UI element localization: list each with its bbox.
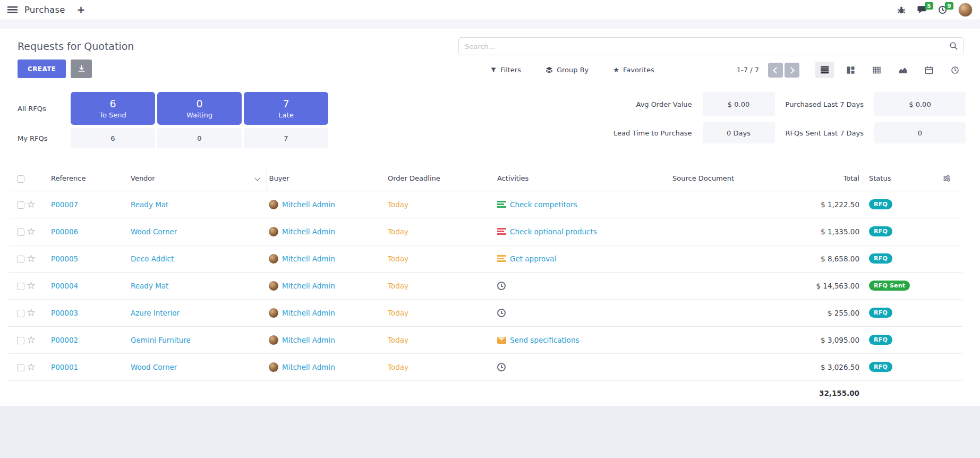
total-amount: $ 8,658.00 bbox=[821, 255, 859, 263]
star-outline-icon[interactable]: ☆ bbox=[27, 307, 36, 318]
user-avatar[interactable] bbox=[958, 3, 973, 17]
row-checkbox[interactable] bbox=[17, 228, 24, 236]
kpi-my-late[interactable]: 7 bbox=[244, 128, 328, 148]
favorites-button[interactable]: ★ Favorites bbox=[613, 66, 654, 74]
order-deadline: Today bbox=[388, 363, 408, 371]
activity-label[interactable]: Send specifications bbox=[510, 336, 579, 344]
kpi-my-to-send[interactable]: 6 bbox=[71, 128, 155, 148]
reference-link[interactable]: P00006 bbox=[51, 227, 78, 236]
vendor-link[interactable]: Ready Mat bbox=[131, 200, 168, 209]
graph-view-icon[interactable] bbox=[893, 62, 912, 78]
table-row[interactable]: ☆ P00005 Deco Addict Mitchell Admin Toda… bbox=[8, 245, 962, 272]
row-checkbox[interactable] bbox=[17, 310, 24, 317]
search-input[interactable] bbox=[458, 37, 964, 55]
create-button[interactable]: CREATE bbox=[18, 60, 66, 78]
kpi-my-waiting[interactable]: 0 bbox=[157, 128, 242, 148]
table-row[interactable]: ☆ P00007 Ready Mat Mitchell Admin Today … bbox=[8, 191, 962, 218]
column-header-activities[interactable]: Activities bbox=[495, 166, 670, 191]
menu-icon[interactable] bbox=[7, 6, 18, 13]
reference-link[interactable]: P00005 bbox=[51, 255, 78, 263]
activity-clock-icon[interactable]: 9 bbox=[938, 5, 947, 14]
column-header-order-deadline[interactable]: Order Deadline bbox=[386, 166, 495, 191]
star-outline-icon[interactable]: ☆ bbox=[27, 361, 36, 372]
table-row[interactable]: ☆ P00006 Wood Corner Mitchell Admin Toda… bbox=[8, 218, 962, 245]
star-outline-icon[interactable]: ☆ bbox=[27, 334, 36, 345]
vendor-link[interactable]: Deco Addict bbox=[131, 255, 174, 263]
app-name: Purchase bbox=[24, 5, 65, 15]
envelope-icon[interactable] bbox=[497, 337, 506, 344]
vendor-link[interactable]: Wood Corner bbox=[131, 227, 177, 236]
search-icon[interactable] bbox=[949, 41, 958, 50]
vendor-link[interactable]: Azure Interior bbox=[131, 309, 180, 317]
filters-button[interactable]: Filters bbox=[490, 66, 521, 74]
row-checkbox[interactable] bbox=[17, 364, 24, 371]
reference-link[interactable]: P00003 bbox=[51, 309, 78, 317]
column-header-reference[interactable]: Reference bbox=[49, 166, 129, 191]
sort-desc-icon bbox=[254, 176, 260, 181]
buyer-link[interactable]: Mitchell Admin bbox=[282, 227, 335, 236]
buyer-link[interactable]: Mitchell Admin bbox=[282, 309, 335, 317]
activity-list-icon[interactable] bbox=[497, 255, 506, 262]
star-outline-icon[interactable]: ☆ bbox=[27, 198, 36, 210]
pivot-view-icon[interactable] bbox=[867, 62, 886, 78]
clock-icon[interactable] bbox=[497, 309, 506, 317]
bug-icon[interactable] bbox=[897, 6, 906, 14]
reference-link[interactable]: P00001 bbox=[51, 363, 78, 371]
star-outline-icon[interactable]: ☆ bbox=[27, 279, 36, 291]
source-document-cell bbox=[670, 218, 770, 245]
buyer-link[interactable]: Mitchell Admin bbox=[282, 336, 335, 344]
column-header-source-document[interactable]: Source Document bbox=[670, 166, 770, 191]
kanban-view-icon[interactable] bbox=[841, 62, 860, 78]
chevron-right-icon[interactable] bbox=[785, 63, 799, 78]
plus-icon[interactable]: + bbox=[77, 5, 86, 15]
status-badge: RFQ bbox=[869, 335, 892, 345]
table-row[interactable]: ☆ P00004 Ready Mat Mitchell Admin Today … bbox=[8, 272, 962, 299]
vendor-link[interactable]: Ready Mat bbox=[131, 282, 168, 290]
activity-view-icon[interactable] bbox=[945, 62, 964, 78]
kpi-waiting[interactable]: 0 Waiting bbox=[157, 92, 242, 125]
star-outline-icon[interactable]: ☆ bbox=[27, 225, 36, 237]
column-header-total[interactable]: Total bbox=[770, 166, 862, 191]
table-row[interactable]: ☆ P00001 Wood Corner Mitchell Admin Toda… bbox=[8, 353, 962, 380]
calendar-view-icon[interactable] bbox=[919, 62, 938, 78]
vendor-link[interactable]: Wood Corner bbox=[131, 363, 177, 371]
kpi-to-send[interactable]: 6 To Send bbox=[71, 92, 155, 125]
vendor-link[interactable]: Gemini Furniture bbox=[131, 336, 191, 344]
buyer-link[interactable]: Mitchell Admin bbox=[282, 282, 335, 290]
buyer-avatar bbox=[269, 227, 278, 236]
buyer-link[interactable]: Mitchell Admin bbox=[282, 363, 335, 371]
clock-icon[interactable] bbox=[497, 282, 506, 290]
select-all-checkbox[interactable] bbox=[17, 175, 24, 183]
reference-link[interactable]: P00002 bbox=[51, 336, 78, 344]
chevron-left-icon[interactable] bbox=[768, 63, 783, 78]
buyer-link[interactable]: Mitchell Admin bbox=[282, 255, 335, 263]
row-checkbox[interactable] bbox=[17, 337, 24, 344]
row-checkbox[interactable] bbox=[17, 201, 24, 209]
status-badge: RFQ bbox=[869, 308, 892, 318]
column-header-vendor[interactable]: Vendor bbox=[129, 166, 267, 191]
group-by-button[interactable]: Group By bbox=[546, 66, 589, 74]
activity-list-icon[interactable] bbox=[497, 201, 506, 208]
kpi-late[interactable]: 7 Late bbox=[244, 92, 328, 125]
reference-link[interactable]: P00007 bbox=[51, 200, 78, 209]
row-checkbox[interactable] bbox=[17, 256, 24, 263]
table-row[interactable]: ☆ P00002 Gemini Furniture Mitchell Admin… bbox=[8, 326, 962, 353]
activity-label[interactable]: Check optional products bbox=[510, 227, 597, 236]
list-view-icon[interactable] bbox=[815, 62, 834, 78]
layers-icon bbox=[546, 66, 553, 73]
export-button[interactable] bbox=[71, 60, 92, 78]
column-header-buyer[interactable]: Buyer bbox=[267, 166, 386, 191]
optional-columns-button[interactable] bbox=[931, 166, 962, 191]
reference-link[interactable]: P00004 bbox=[51, 282, 78, 290]
activity-list-icon[interactable] bbox=[497, 228, 506, 235]
activity-label[interactable]: Check competitors bbox=[510, 200, 577, 209]
clock-icon[interactable] bbox=[497, 363, 506, 371]
table-row[interactable]: ☆ P00003 Azure Interior Mitchell Admin T… bbox=[8, 299, 962, 326]
activity-label[interactable]: Get approval bbox=[510, 255, 556, 263]
chat-bubble-icon[interactable]: 5 bbox=[917, 5, 927, 14]
column-header-status[interactable]: Status bbox=[862, 166, 931, 191]
grand-total: 32,155.00 bbox=[819, 389, 859, 397]
star-outline-icon[interactable]: ☆ bbox=[27, 252, 36, 264]
row-checkbox[interactable] bbox=[17, 283, 24, 290]
buyer-link[interactable]: Mitchell Admin bbox=[282, 200, 335, 209]
